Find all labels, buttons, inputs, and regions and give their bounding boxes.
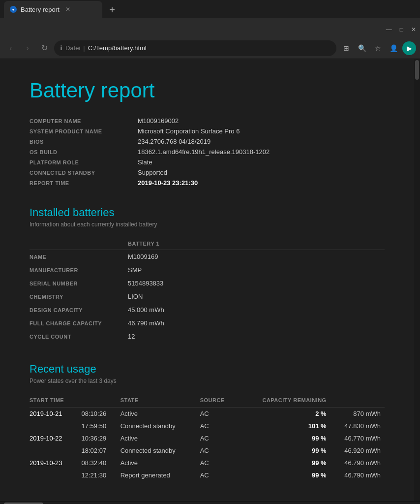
row-date bbox=[30, 444, 82, 457]
battery-row-design-capacity: DESIGN CAPACITY 45.000 mWh bbox=[30, 303, 385, 316]
nav-actions: ⊞ 🔍 ☆ 👤 ▶ bbox=[339, 41, 416, 55]
battery-row-full-charge: FULL CHARGE CAPACITY 46.790 mWh bbox=[30, 316, 385, 330]
battery-row-serial: SERIAL NUMBER 5154893833 bbox=[30, 277, 385, 290]
row-date: 2019-10-21 bbox=[30, 408, 82, 420]
row-state: Connected standby bbox=[120, 444, 200, 457]
col-start-time: START TIME bbox=[30, 394, 82, 408]
tab-bar: ● Battery report ✕ + bbox=[0, 0, 420, 18]
refresh-button[interactable]: ↻ bbox=[37, 41, 51, 55]
title-tab-area: — □ ✕ bbox=[0, 18, 420, 37]
translate-button[interactable]: ⊞ bbox=[339, 41, 353, 55]
row-percent: 101 % bbox=[239, 420, 330, 432]
row-capacity: 46.790 mWh bbox=[330, 469, 385, 481]
row-capacity: 46.790 mWh bbox=[330, 457, 385, 469]
label-computer-name: COMPUTER NAME bbox=[30, 118, 128, 124]
col-source: SOURCE bbox=[200, 394, 239, 408]
battery-value-name: M1009169 bbox=[128, 250, 385, 264]
label-bios: BIOS bbox=[30, 139, 128, 145]
vertical-scrollbar[interactable] bbox=[414, 59, 420, 501]
battery-table: BATTERY 1 NAME M1009169 MANUFACTURER SMP bbox=[30, 238, 385, 343]
row-percent: 99 % bbox=[239, 457, 330, 469]
row-source: AC bbox=[200, 408, 239, 420]
row-capacity: 47.830 mWh bbox=[330, 420, 385, 432]
recent-usage-row: 18:02:07Connected standbyAC99 %46.920 mW… bbox=[30, 444, 385, 457]
row-time: 12:21:30 bbox=[82, 469, 120, 481]
title-row: — □ ✕ bbox=[0, 22, 420, 37]
row-percent: 99 % bbox=[239, 444, 330, 457]
content-area: Battery report COMPUTER NAME M1009169002… bbox=[0, 59, 414, 501]
battery-label-chemistry: CHEMISTRY bbox=[30, 290, 128, 303]
value-report-time: 2019-10-23 23:21:30 bbox=[138, 179, 385, 187]
row-state: Active bbox=[120, 432, 200, 444]
back-button[interactable]: ‹ bbox=[4, 41, 18, 55]
recent-usage-title: Recent usage bbox=[30, 363, 385, 376]
recent-usage-table: START TIME STATE SOURCE CAPACITY REMAINI… bbox=[30, 394, 385, 481]
battery-value-cycle: 12 bbox=[128, 330, 385, 343]
label-report-time: REPORT TIME bbox=[30, 180, 128, 186]
value-computer-name: M1009169002 bbox=[138, 117, 385, 125]
navigation-bar: ‹ › ↻ ℹ Datei | C:/Temp/battery.html ⊞ 🔍… bbox=[0, 37, 420, 59]
value-platform-role: Slate bbox=[138, 158, 385, 166]
recent-usage-row: 2019-10-2210:36:29ActiveAC99 %46.770 mWh bbox=[30, 432, 385, 444]
address-bar[interactable]: ℹ Datei | C:/Temp/battery.html bbox=[54, 40, 336, 56]
browser-frame: Windows-FAQ ● Battery report ✕ + — □ ✕ —… bbox=[0, 0, 420, 504]
row-percent: 99 % bbox=[239, 469, 330, 481]
value-connected-standby: Supported bbox=[138, 169, 385, 176]
tab-favicon: ● bbox=[10, 6, 17, 13]
tab-title: Battery report bbox=[21, 6, 60, 13]
profile-button[interactable]: 👤 bbox=[387, 41, 400, 55]
battery-label-cycle: CYCLE COUNT bbox=[30, 330, 128, 343]
horizontal-scrollbar[interactable] bbox=[0, 501, 420, 504]
title-bar: Windows-FAQ ● Battery report ✕ + — □ ✕ bbox=[0, 0, 420, 18]
row-source: AC bbox=[200, 432, 239, 444]
scrollbar-thumb[interactable] bbox=[415, 60, 419, 80]
extension-button[interactable]: ▶ bbox=[402, 41, 416, 55]
battery-value-serial: 5154893833 bbox=[128, 277, 385, 290]
recent-usage-row: 17:59:50Connected standbyAC101 %47.830 m… bbox=[30, 420, 385, 432]
tab-close-button[interactable]: ✕ bbox=[65, 6, 70, 13]
row-date bbox=[30, 420, 82, 432]
row-state: Connected standby bbox=[120, 420, 200, 432]
row-time: 08:32:40 bbox=[82, 457, 120, 469]
bookmark-button[interactable]: ☆ bbox=[371, 41, 385, 55]
page-wrapper: Battery report COMPUTER NAME M1009169002… bbox=[0, 59, 420, 501]
system-info-section: COMPUTER NAME M1009169002 SYSTEM PRODUCT… bbox=[30, 117, 385, 187]
recent-usage-row: 2019-10-2108:10:26ActiveAC2 %870 mWh bbox=[30, 408, 385, 420]
row-source: AC bbox=[200, 420, 239, 432]
browser-tab[interactable]: ● Battery report ✕ bbox=[4, 1, 102, 18]
forward-button[interactable]: › bbox=[21, 41, 34, 55]
maximize-btn[interactable]: □ bbox=[400, 26, 403, 33]
protocol-icon: ℹ bbox=[60, 44, 62, 52]
value-system-product: Microsoft Corporation Surface Pro 6 bbox=[138, 127, 385, 135]
col-time bbox=[82, 394, 120, 408]
recent-usage-row: 2019-10-2308:32:40ActiveAC99 %46.790 mWh bbox=[30, 457, 385, 469]
battery-value-full-charge: 46.790 mWh bbox=[128, 316, 385, 330]
col-capacity-remaining: CAPACITY REMAINING bbox=[239, 394, 330, 408]
search-button[interactable]: 🔍 bbox=[355, 41, 369, 55]
label-system-product: SYSTEM PRODUCT NAME bbox=[30, 128, 128, 134]
battery-row-cycle-count: CYCLE COUNT 12 bbox=[30, 330, 385, 343]
installed-batteries-section: Installed batteries Information about ea… bbox=[30, 206, 385, 343]
battery-row-name: NAME M1009169 bbox=[30, 250, 385, 264]
row-state: Active bbox=[120, 408, 200, 420]
battery-label-name: NAME bbox=[30, 250, 128, 264]
battery-value-chemistry: LION bbox=[128, 290, 385, 303]
row-capacity: 46.920 mWh bbox=[330, 444, 385, 457]
minimize-btn[interactable]: — bbox=[386, 26, 392, 33]
row-time: 10:36:29 bbox=[82, 432, 120, 444]
row-time: 08:10:26 bbox=[82, 408, 120, 420]
battery-value-manufacturer: SMP bbox=[128, 263, 385, 277]
installed-batteries-subtitle: Information about each currently install… bbox=[30, 221, 385, 228]
label-os-build: OS BUILD bbox=[30, 149, 128, 155]
close-btn[interactable]: ✕ bbox=[411, 26, 416, 33]
row-date: 2019-10-22 bbox=[30, 432, 82, 444]
row-time: 17:59:50 bbox=[82, 420, 120, 432]
protocol-label: Datei bbox=[65, 44, 80, 52]
row-source: AC bbox=[200, 469, 239, 481]
installed-batteries-title: Installed batteries bbox=[30, 206, 385, 219]
new-tab-button[interactable]: + bbox=[104, 2, 120, 18]
battery-label-full-charge: FULL CHARGE CAPACITY bbox=[30, 316, 128, 330]
value-bios: 234.2706.768 04/18/2019 bbox=[138, 138, 385, 145]
battery-row-manufacturer: MANUFACTURER SMP bbox=[30, 263, 385, 277]
h-scroll-thumb[interactable] bbox=[4, 503, 43, 504]
